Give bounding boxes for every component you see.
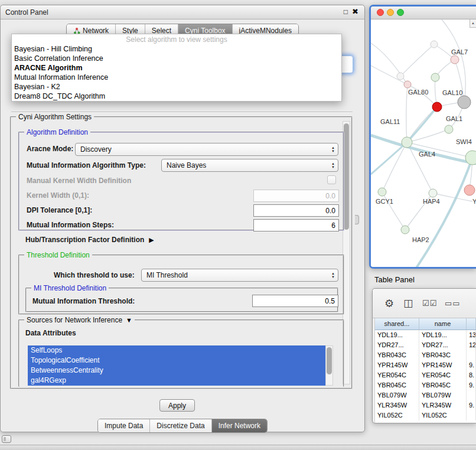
algorithm-option-selected[interactable]: ARACNE Algorithm <box>12 63 341 73</box>
algorithm-option[interactable]: Dream8 DC_TDC Algorithm <box>12 92 341 101</box>
node-hap2[interactable] <box>401 226 409 234</box>
node-gal4[interactable] <box>402 137 412 148</box>
algorithm-option[interactable]: Mutual Information Inference <box>12 73 341 82</box>
scroll-up-arrow[interactable]: ▲ <box>470 19 476 28</box>
splitter-handle[interactable] <box>355 215 359 224</box>
deselect-all-checkboxes-icon[interactable]: ▭▭ <box>445 299 461 308</box>
node-gal1[interactable] <box>445 125 453 133</box>
table-panel-window: ⚙ ◫ ☑☑ ▭▭ shared... name YDL19...YDL19..… <box>372 288 476 423</box>
node[interactable] <box>397 73 404 80</box>
cell[interactable]: YLR345W <box>419 400 467 410</box>
table-row[interactable]: YLR345WYLR345W9. <box>375 400 476 410</box>
column-header-shared-name[interactable]: shared... <box>375 318 419 330</box>
cell[interactable] <box>467 410 476 420</box>
apply-button[interactable]: Apply <box>159 399 195 412</box>
table-row[interactable]: YDR27...YDR27...12 <box>375 340 476 350</box>
node-gcy1[interactable] <box>378 188 386 196</box>
close-traffic-light[interactable] <box>377 9 384 16</box>
collapsed-panel-icon[interactable] <box>2 435 11 443</box>
cell[interactable]: YDL19... <box>375 330 419 340</box>
close-icon[interactable]: ✖ <box>352 7 358 16</box>
cell[interactable]: YER054C <box>419 370 467 380</box>
cell[interactable]: 9. <box>467 380 476 390</box>
mi-algorithm-type-select[interactable]: Naive Bayes ▲▼ <box>161 159 338 172</box>
table-row[interactable]: YPR145WYPR145W9. <box>375 360 476 370</box>
node[interactable] <box>431 73 439 81</box>
cell[interactable]: YPR145W <box>419 360 467 370</box>
cell[interactable]: YER054C <box>375 370 419 380</box>
algorithm-option[interactable]: Bayesian - Hill Climbing <box>12 44 341 54</box>
bottom-tab-bar: Impute Data Discretize Data Infer Networ… <box>97 419 268 433</box>
cell[interactable]: 8. <box>467 370 476 380</box>
network-canvas[interactable]: ▲ <box>371 19 476 267</box>
cell[interactable]: YLR345W <box>375 400 419 410</box>
table-row[interactable]: YER054CYER054C8. <box>375 370 476 380</box>
cell[interactable]: YBR043C <box>419 350 467 360</box>
cell[interactable]: YDR27... <box>375 340 419 350</box>
algorithm-option[interactable]: Basic Correlation Inference <box>12 54 341 63</box>
cell[interactable]: 9. <box>467 400 476 410</box>
columns-icon[interactable]: ◫ <box>403 297 413 309</box>
cell[interactable]: YBL079W <box>375 390 419 400</box>
attribute-item-selected[interactable]: TopologicalCoefficient <box>28 356 325 366</box>
minimize-traffic-light[interactable] <box>387 9 394 16</box>
network-graph: GAL7 GAL80 GAL10 GAL11 GAL1 SWI4 GAL4 GC… <box>371 19 476 269</box>
cell[interactable]: 13 <box>467 330 476 340</box>
algorithm-option[interactable]: Bayesian - K2 <box>12 82 341 92</box>
select-all-checkboxes-icon[interactable]: ☑☑ <box>422 299 437 308</box>
float-window-icon[interactable]: □ <box>344 8 348 16</box>
which-threshold-label: Which threshold to use: <box>54 271 135 279</box>
gear-icon[interactable]: ⚙ <box>384 297 394 310</box>
cell[interactable] <box>467 390 476 400</box>
table-header-row: shared... name <box>375 318 476 330</box>
node-gal80[interactable] <box>404 81 411 88</box>
attribute-item-selected[interactable]: gal4RGexp <box>28 376 325 386</box>
node-hap4[interactable] <box>429 189 437 197</box>
cell[interactable] <box>467 350 476 360</box>
kernel-width-input[interactable]: 0.0 <box>253 190 339 202</box>
node[interactable] <box>431 41 438 48</box>
table-row[interactable]: YDL19...YDL19...13 <box>375 330 476 340</box>
attributes-scrollbar-thumb[interactable] <box>327 347 332 374</box>
which-threshold-select[interactable]: MI Threshold ▲▼ <box>141 269 338 282</box>
aracne-mode-select[interactable]: Discovery ▲▼ <box>75 143 338 156</box>
manual-kernel-width-checkbox[interactable] <box>327 175 336 184</box>
cell[interactable]: 9. <box>467 360 476 370</box>
node[interactable] <box>451 56 459 64</box>
tab-impute-data[interactable]: Impute Data <box>98 419 149 432</box>
table-row[interactable]: YBL079WYBL079W <box>375 390 476 400</box>
cell[interactable]: YBR045C <box>419 380 467 390</box>
dpi-tolerance-input[interactable]: 0.0 <box>253 204 339 217</box>
column-header-name[interactable]: name <box>419 318 467 330</box>
mi-threshold-label: Mutual Information Threshold: <box>32 297 135 305</box>
node-gal10-red[interactable] <box>432 102 442 112</box>
table-row[interactable]: YBR043CYBR043C <box>375 350 476 360</box>
settings-scrollbar-thumb[interactable] <box>344 123 349 230</box>
column-header-clipped[interactable] <box>467 318 476 330</box>
hub-tf-expander[interactable]: Hub/Transcription Factor Definition ▶ <box>25 236 154 244</box>
sources-expander[interactable]: Sources for Network Inference ▼ <box>24 316 135 324</box>
cell[interactable]: YIL052C <box>375 410 419 420</box>
cell[interactable]: YIL052C <box>419 410 467 420</box>
cell[interactable]: YBL079W <box>419 390 467 400</box>
node-gray[interactable] <box>458 96 471 109</box>
node-label: GAL1 <box>446 115 462 122</box>
tab-infer-network[interactable]: Infer Network <box>211 419 267 432</box>
attributes-scrollbar[interactable] <box>325 345 333 386</box>
table-row[interactable]: YBR045CYBR045C9. <box>375 380 476 390</box>
cell[interactable]: YDR27... <box>419 340 467 350</box>
mi-steps-input[interactable]: 6 <box>253 219 339 231</box>
table-row[interactable]: YIL052CYIL052C <box>375 410 476 420</box>
cell[interactable]: 12 <box>467 340 476 350</box>
attribute-item-selected[interactable]: SelfLoops <box>28 345 325 356</box>
cell[interactable]: YBR043C <box>375 350 419 360</box>
cell[interactable]: YPR145W <box>375 360 419 370</box>
tab-discretize-data[interactable]: Discretize Data <box>149 419 211 432</box>
cell[interactable]: YDL19... <box>419 330 467 340</box>
node-pink[interactable] <box>464 185 475 195</box>
attribute-item-selected[interactable]: BetweennessCentrality <box>28 366 325 376</box>
mi-threshold-input[interactable]: 0.5 <box>252 295 338 307</box>
zoom-traffic-light[interactable] <box>397 9 404 16</box>
cell[interactable]: YBR045C <box>375 380 419 390</box>
network-titlebar <box>371 6 476 19</box>
